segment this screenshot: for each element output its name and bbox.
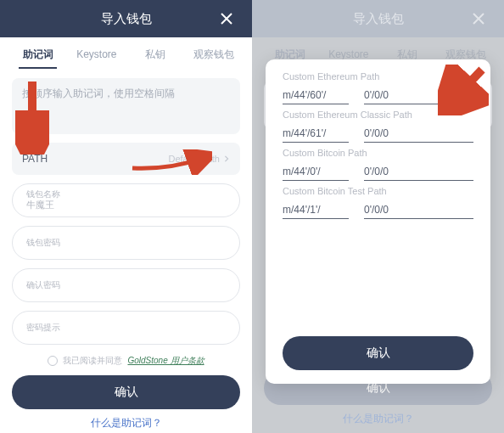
header: 导入钱包: [252, 0, 504, 37]
password-hint-field[interactable]: 密码提示: [12, 311, 240, 345]
path-seg1-input[interactable]: m/44'/60'/: [283, 87, 349, 104]
modal-confirm-button[interactable]: 确认: [283, 336, 473, 370]
close-icon: [472, 12, 485, 25]
close-button[interactable]: [462, 0, 496, 37]
path-seg1-input[interactable]: m/44'/0'/: [283, 163, 349, 181]
confirm-password-field[interactable]: 确认密码: [12, 268, 240, 302]
screen-import-left: 导入钱包 助记词 Keystore 私钥 观察钱包 按顺序输入助记词，使用空格间…: [0, 0, 252, 433]
tab-watch[interactable]: 观察钱包: [185, 39, 244, 70]
close-icon: [220, 12, 233, 25]
header: 导入钱包: [0, 0, 252, 37]
wallet-password-label: 钱包密码: [26, 238, 226, 248]
wallet-password-field[interactable]: 钱包密码: [12, 226, 240, 260]
terms-radio[interactable]: [48, 356, 58, 366]
screen-import-right: 导入钱包 助记词 Keystore 私钥 观察钱包 确认 什么是助记词？ Cus…: [252, 0, 504, 433]
path-group-btc: Custom Bitcoin Path m/44'/0'/ 0'/0/0: [283, 148, 473, 181]
wallet-name-label: 钱包名称: [26, 189, 226, 200]
terms-row: 我已阅读并同意 GoldStone 用户条款: [12, 355, 240, 367]
path-modal: Custom Ethereum Path m/44'/60'/ 0'/0/0 C…: [266, 59, 490, 384]
confirm-password-label: 确认密码: [26, 280, 226, 290]
terms-link[interactable]: GoldStone 用户条款: [127, 355, 204, 367]
chevron-right-icon: [223, 155, 230, 162]
confirm-button[interactable]: 确认: [12, 375, 240, 409]
modal-confirm-label: 确认: [367, 346, 390, 361]
header-title: 导入钱包: [353, 11, 404, 27]
tab-private-key[interactable]: 私钥: [126, 39, 185, 70]
path-group-btc-test: Custom Bitcoin Test Path m/44'/1'/ 0'/0/…: [283, 186, 473, 219]
path-group-eth: Custom Ethereum Path m/44'/60'/ 0'/0/0: [283, 71, 473, 104]
footer-help-link[interactable]: 什么是助记词？: [12, 416, 240, 430]
path-value: Default Path: [168, 154, 220, 164]
path-title: Custom Bitcoin Test Path: [283, 186, 473, 196]
wallet-name-value: 牛魔王: [26, 200, 226, 211]
footer-help-link[interactable]: 什么是助记词？: [264, 412, 492, 426]
path-seg2-input[interactable]: 0'/0/0: [364, 163, 473, 181]
password-hint-label: 密码提示: [26, 323, 226, 333]
close-button[interactable]: [210, 0, 244, 37]
wallet-name-field[interactable]: 钱包名称 牛魔王: [12, 183, 240, 217]
path-title: Custom Ethereum Classic Path: [283, 110, 473, 120]
tab-keystore[interactable]: Keystore: [67, 40, 126, 69]
path-seg2-input[interactable]: 0'/0/0: [364, 201, 473, 219]
tabs: 助记词 Keystore 私钥 观察钱包: [0, 37, 252, 71]
path-label: PATH: [22, 153, 48, 165]
path-title: Custom Ethereum Path: [283, 71, 473, 82]
form-area: 按顺序输入助记词，使用空格间隔 PATH Default Path 钱包名称 牛…: [0, 71, 252, 433]
path-seg1-input[interactable]: m/44'/1'/: [283, 201, 349, 219]
path-seg2-input[interactable]: 0'/0/0: [364, 87, 473, 104]
path-seg2-input[interactable]: 0'/0/0: [364, 125, 473, 143]
mnemonic-placeholder: 按顺序输入助记词，使用空格间隔: [22, 87, 175, 99]
path-seg1-input[interactable]: m/44'/61'/: [283, 125, 349, 143]
path-selector[interactable]: PATH Default Path: [12, 143, 240, 175]
mnemonic-input[interactable]: 按顺序输入助记词，使用空格间隔: [12, 78, 240, 134]
path-title: Custom Bitcoin Path: [283, 148, 473, 158]
tab-mnemonic[interactable]: 助记词: [8, 39, 67, 70]
confirm-label: 确认: [115, 385, 138, 400]
terms-prefix: 我已阅读并同意: [63, 355, 122, 367]
header-title: 导入钱包: [101, 11, 152, 27]
path-group-etc: Custom Ethereum Classic Path m/44'/61'/ …: [283, 110, 473, 143]
